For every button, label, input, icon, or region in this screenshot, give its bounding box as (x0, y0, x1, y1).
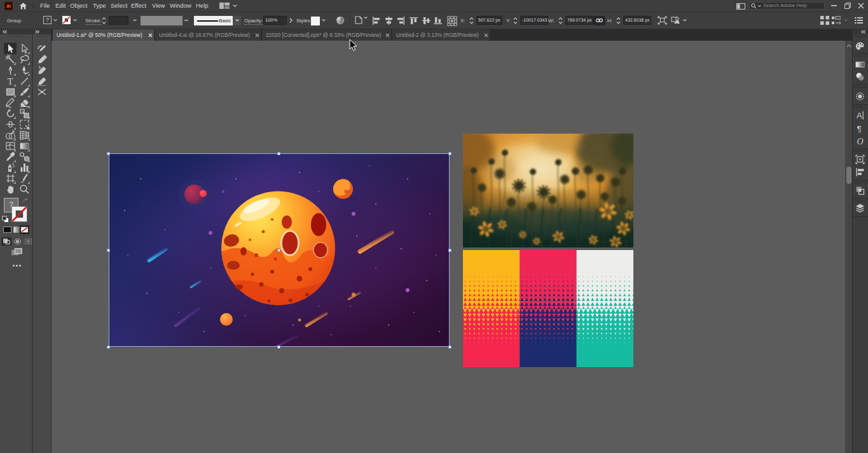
svg-text:T: T (7, 76, 13, 86)
svg-text:A: A (857, 111, 862, 120)
svg-text:¶: ¶ (857, 123, 861, 133)
svg-text:O: O (857, 136, 863, 146)
